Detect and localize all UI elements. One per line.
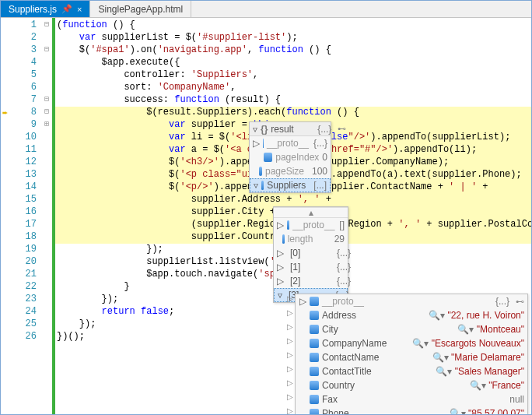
- field-icon: [310, 367, 319, 376]
- fold-toggle[interactable]: [41, 32, 52, 44]
- expand-icon[interactable]: ▷: [253, 138, 260, 149]
- expand-icon[interactable]: ▿: [254, 180, 258, 191]
- fold-toggle[interactable]: ⊟: [41, 107, 52, 119]
- fold-toggle[interactable]: ⊟: [41, 44, 52, 57]
- debug-property-row[interactable]: ▷__proto__[]: [274, 218, 348, 232]
- fold-toggle[interactable]: [41, 281, 52, 294]
- fold-toggle[interactable]: ⊟: [41, 19, 52, 32]
- expand-icon[interactable]: ▿: [253, 124, 257, 135]
- property-value: 🔍▾ "France": [470, 380, 524, 391]
- code-editor[interactable]: ➨ 12345678910111213141516171819202122232…: [1, 18, 531, 414]
- field-icon: [261, 181, 264, 190]
- code-line[interactable]: supplier.Address + ', ' +: [55, 194, 531, 206]
- fold-toggle[interactable]: [41, 219, 52, 231]
- fold-toggle[interactable]: [41, 206, 52, 219]
- pin-icon[interactable]: ⊷: [516, 297, 524, 307]
- debug-property-row[interactable]: Faxnull: [296, 392, 527, 406]
- expand-icon[interactable]: ▷: [285, 294, 296, 308]
- code-line[interactable]: $app.execute({: [55, 57, 531, 69]
- debug-property-row[interactable]: pageSize100: [250, 164, 331, 178]
- tab-suppliers-js[interactable]: Suppliers.js 📌 ×: [1, 1, 90, 17]
- fold-toggle[interactable]: [41, 194, 52, 206]
- variable-value: {...}: [317, 124, 331, 135]
- field-icon: [263, 139, 264, 148]
- debug-property-row[interactable]: ▷[2]{...}: [274, 274, 348, 288]
- expand-icon[interactable]: ▷: [285, 336, 296, 350]
- fold-toggle[interactable]: ⊞: [41, 119, 52, 132]
- fold-toggle[interactable]: [41, 231, 52, 244]
- expand-icon[interactable]: ▿: [278, 290, 282, 301]
- property-value: 29: [334, 234, 345, 244]
- code-line[interactable]: controller: 'Suppliers',: [55, 69, 531, 82]
- code-line[interactable]: (function () {: [55, 19, 531, 32]
- expand-icon[interactable]: ▷: [277, 220, 284, 230]
- fold-toggle[interactable]: [41, 144, 52, 157]
- field-icon: [264, 153, 273, 162]
- code-line[interactable]: $('#spa1').on('navigating.app', function…: [55, 44, 531, 57]
- close-icon[interactable]: ×: [77, 5, 82, 14]
- debug-property-row[interactable]: pageIndex0: [250, 150, 331, 164]
- fold-toggle[interactable]: [41, 82, 52, 94]
- fold-toggle[interactable]: [41, 181, 52, 194]
- property-value: 🔍▾ "85.57.00.07": [450, 408, 524, 415]
- expand-icon[interactable]: ▷: [285, 350, 296, 364]
- debug-property-row[interactable]: ▷__proto__{...}: [250, 136, 331, 150]
- debug-property-row[interactable]: Country🔍▾ "France": [296, 378, 527, 392]
- fold-toggle[interactable]: [41, 169, 52, 181]
- tab-singlepageapp-html[interactable]: SinglePageApp.html: [90, 1, 191, 17]
- debug-property-row[interactable]: Address🔍▾ "22, rue H. Voiron": [296, 308, 527, 322]
- expand-icon[interactable]: ▷: [285, 406, 296, 415]
- expand-icon[interactable]: ▷: [277, 276, 284, 287]
- expand-icon[interactable]: ▷: [285, 364, 296, 378]
- property-name: Suppliers: [267, 180, 310, 191]
- expand-icon[interactable]: ▷: [277, 262, 284, 273]
- debug-property-row[interactable]: ▷[0]{...}: [274, 246, 348, 260]
- fold-toggle[interactable]: [41, 69, 52, 82]
- debug-tooltip-result[interactable]: ▿ {} result {...} ⊷ ▷__proto__{...}pageI…: [249, 121, 331, 193]
- debug-property-row[interactable]: City🔍▾ "Montceau": [296, 322, 527, 336]
- scroll-up-icon[interactable]: ▴: [274, 207, 348, 218]
- debug-property-row[interactable]: ContactTitle🔍▾ "Sales Manager": [296, 364, 527, 378]
- field-icon: [310, 325, 319, 334]
- fold-toggle[interactable]: [41, 269, 52, 281]
- expand-icon[interactable]: ▷: [285, 322, 296, 336]
- fold-toggle[interactable]: [41, 132, 52, 144]
- fold-toggle[interactable]: [41, 57, 52, 69]
- fold-toggle[interactable]: [41, 294, 52, 306]
- expand-icon[interactable]: ▷: [285, 308, 296, 322]
- expand-icon[interactable]: ▷: [285, 378, 296, 392]
- fold-toggle[interactable]: ⊟: [41, 94, 52, 107]
- fold-column: ⊟⊟⊟⊟⊞: [41, 18, 52, 414]
- fold-toggle[interactable]: [41, 244, 52, 256]
- field-icon: [259, 167, 262, 176]
- property-name: __proto__: [292, 220, 336, 230]
- debug-property-row[interactable]: ▿Suppliers[...]: [250, 178, 331, 192]
- debug-property-row[interactable]: Phone🔍▾ "85.57.00.07": [296, 406, 527, 415]
- debug-property-row[interactable]: ▷__proto__{...}⊷: [296, 294, 527, 308]
- debug-property-row[interactable]: CompanyName🔍▾ "Escargots Nouveaux": [296, 336, 527, 350]
- debug-property-row[interactable]: ContactName🔍▾ "Marie Delamare": [296, 350, 527, 364]
- property-name: __proto__: [322, 296, 366, 307]
- code-line[interactable]: $(result.Suppliers).each(function () {: [55, 107, 531, 119]
- property-name: Phone: [322, 408, 366, 415]
- expand-icon[interactable]: ▷: [285, 392, 296, 406]
- code-line[interactable]: success: function (result) {: [55, 94, 531, 107]
- debug-tooltip-suppliers[interactable]: ▴ ▷__proto__[]length29▷[0]{...}▷[1]{...}…: [273, 206, 348, 303]
- property-value: {...}: [495, 296, 509, 307]
- debug-property-row[interactable]: ▷[1]{...}: [274, 260, 348, 274]
- debug-property-row[interactable]: length29: [274, 232, 348, 246]
- pin-icon[interactable]: 📌: [61, 4, 72, 14]
- expand-icon[interactable]: ▷: [299, 296, 306, 307]
- fold-toggle[interactable]: [41, 331, 52, 343]
- code-line[interactable]: sort: 'CompanyName',: [55, 82, 531, 94]
- debug-tooltip-item[interactable]: ▷▷▷▷▷▷▷▷▷▷▷▷ ▷__proto__{...}⊷Address🔍▾ "…: [295, 294, 528, 415]
- code-line[interactable]: var supplierList = $('#supplier-list');: [55, 32, 531, 44]
- property-value: 🔍▾ "Montceau": [457, 324, 524, 335]
- fold-toggle[interactable]: [41, 157, 52, 169]
- pin-icon[interactable]: ⊷: [338, 124, 346, 134]
- fold-toggle[interactable]: [41, 318, 52, 331]
- fold-toggle[interactable]: [41, 306, 52, 318]
- fold-toggle[interactable]: [41, 256, 52, 269]
- property-value: [...]: [313, 180, 327, 191]
- expand-icon[interactable]: ▷: [277, 248, 284, 258]
